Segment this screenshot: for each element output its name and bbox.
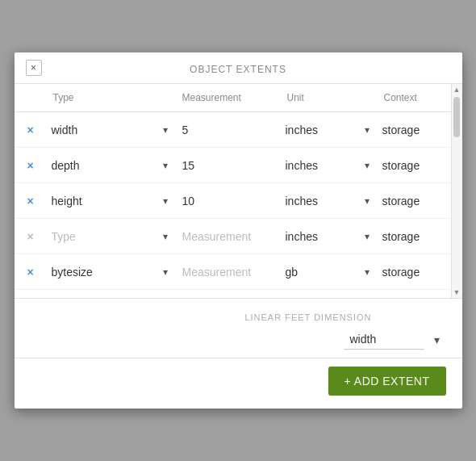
col-type: Type bbox=[47, 89, 176, 107]
linear-feet-chevron[interactable]: ▾ bbox=[431, 332, 443, 348]
table-row: × width ▾ 5 inches ▾ storage ▾ bbox=[15, 112, 451, 148]
unit-value-4: gb bbox=[286, 266, 358, 279]
type-cell-3[interactable]: Type ▾ bbox=[47, 226, 176, 247]
context-value-1: storage bbox=[382, 159, 451, 172]
type-chevron-0[interactable]: ▾ bbox=[160, 123, 171, 137]
table-container: Type Measurement Unit Context × width ▾ … bbox=[15, 84, 462, 298]
scrollbar-up-arrow[interactable]: ▲ bbox=[453, 86, 461, 94]
type-cell-1[interactable]: depth ▾ bbox=[47, 155, 176, 176]
delete-button-0[interactable]: × bbox=[20, 120, 40, 140]
table-row: × Type ▾ Measurement inches ▾ storage ▾ bbox=[15, 219, 451, 254]
context-value-3: storage bbox=[382, 230, 451, 243]
unit-chevron-3[interactable]: ▾ bbox=[361, 229, 373, 244]
scrollbar[interactable]: ▲ ▼ bbox=[451, 84, 462, 298]
dialog-title: OBJECT EXTENTS bbox=[190, 64, 286, 75]
type-cell-4[interactable]: bytesize ▾ bbox=[47, 262, 176, 283]
object-extents-dialog: × OBJECT EXTENTS Type Measurement Unit C… bbox=[15, 52, 462, 409]
linear-feet-section: LINEAR FEET DIMENSION width ▾ bbox=[15, 299, 462, 358]
scrollbar-thumb[interactable] bbox=[453, 97, 460, 137]
context-value-0: storage bbox=[382, 124, 451, 136]
unit-value-2: inches bbox=[286, 195, 358, 207]
type-chevron-2[interactable]: ▾ bbox=[160, 194, 171, 208]
context-cell-2[interactable]: storage ▾ bbox=[378, 191, 451, 212]
context-cell-0[interactable]: storage ▾ bbox=[378, 119, 451, 140]
measurement-cell-1[interactable]: 15 bbox=[176, 156, 281, 175]
measurement-value-3: Measurement bbox=[182, 230, 252, 243]
unit-cell-1[interactable]: inches ▾ bbox=[281, 155, 378, 176]
linear-feet-value[interactable]: width bbox=[344, 329, 424, 350]
delete-cell-1: × bbox=[15, 156, 47, 175]
measurement-cell-3[interactable]: Measurement bbox=[176, 227, 281, 246]
unit-chevron-2[interactable]: ▾ bbox=[361, 194, 373, 208]
measurement-cell-0[interactable]: 5 bbox=[176, 120, 281, 140]
type-chevron-4[interactable]: ▾ bbox=[160, 265, 171, 279]
context-cell-4[interactable]: storage ▾ bbox=[378, 262, 451, 283]
linear-feet-label: LINEAR FEET DIMENSION bbox=[244, 312, 371, 322]
delete-cell-2: × bbox=[15, 191, 47, 211]
delete-button-1[interactable]: × bbox=[20, 156, 40, 175]
measurement-cell-2[interactable]: 10 bbox=[176, 191, 281, 211]
delete-cell-3: × bbox=[15, 227, 47, 246]
unit-cell-2[interactable]: inches ▾ bbox=[281, 191, 378, 212]
context-cell-3[interactable]: storage ▾ bbox=[378, 226, 451, 247]
delete-button-2[interactable]: × bbox=[20, 191, 40, 211]
type-chevron-1[interactable]: ▾ bbox=[160, 158, 171, 173]
context-value-2: storage bbox=[382, 195, 451, 207]
type-value-2: height bbox=[52, 195, 157, 207]
type-value-0: width bbox=[52, 124, 157, 136]
close-button[interactable]: × bbox=[26, 60, 42, 76]
linear-feet-row: width ▾ bbox=[344, 329, 443, 350]
context-cell-1[interactable]: storage ▾ bbox=[378, 155, 451, 176]
unit-chevron-0[interactable]: ▾ bbox=[361, 123, 373, 137]
type-cell-2[interactable]: height ▾ bbox=[47, 191, 176, 212]
type-chevron-3[interactable]: ▾ bbox=[160, 229, 171, 244]
measurement-value-0: 5 bbox=[182, 124, 189, 136]
col-unit: Unit bbox=[281, 89, 378, 107]
table-header: Type Measurement Unit Context bbox=[15, 84, 451, 112]
type-cell-0[interactable]: width ▾ bbox=[47, 119, 176, 140]
unit-value-3: inches bbox=[286, 230, 358, 243]
footer-row: + ADD EXTENT bbox=[15, 358, 462, 409]
unit-cell-4[interactable]: gb ▾ bbox=[281, 262, 378, 283]
table-row: × height ▾ 10 inches ▾ storage ▾ bbox=[15, 183, 451, 219]
close-icon: × bbox=[31, 62, 36, 73]
add-extent-button[interactable]: + ADD EXTENT bbox=[328, 367, 446, 396]
delete-cell-0: × bbox=[15, 120, 47, 140]
unit-cell-3[interactable]: inches ▾ bbox=[281, 226, 378, 247]
delete-button-3[interactable]: × bbox=[20, 227, 40, 246]
delete-button-4[interactable]: × bbox=[20, 262, 40, 282]
unit-chevron-4[interactable]: ▾ bbox=[361, 265, 373, 279]
scrollbar-down-arrow[interactable]: ▼ bbox=[453, 288, 461, 296]
measurement-cell-4[interactable]: Measurement bbox=[176, 262, 281, 282]
delete-cell-4: × bbox=[15, 262, 47, 282]
unit-cell-0[interactable]: inches ▾ bbox=[281, 119, 378, 140]
table-row: × bytesize ▾ Measurement gb ▾ storage ▾ bbox=[15, 254, 451, 290]
type-value-4: bytesize bbox=[52, 266, 157, 279]
empty-area bbox=[15, 290, 451, 298]
table-row: × depth ▾ 15 inches ▾ storage ▾ bbox=[15, 148, 451, 183]
unit-value-0: inches bbox=[286, 124, 358, 136]
type-value-1: depth bbox=[52, 159, 157, 172]
table-body: × width ▾ 5 inches ▾ storage ▾ bbox=[15, 112, 451, 298]
col-delete bbox=[15, 89, 47, 107]
unit-value-1: inches bbox=[286, 159, 358, 172]
context-value-4: storage bbox=[382, 266, 451, 279]
col-measurement: Measurement bbox=[176, 89, 281, 107]
measurement-value-1: 15 bbox=[182, 159, 195, 172]
unit-chevron-1[interactable]: ▾ bbox=[361, 158, 373, 173]
dialog-header: × OBJECT EXTENTS bbox=[15, 52, 462, 84]
measurement-value-4: Measurement bbox=[182, 266, 252, 279]
measurement-value-2: 10 bbox=[182, 195, 195, 207]
type-value-3: Type bbox=[52, 230, 157, 243]
